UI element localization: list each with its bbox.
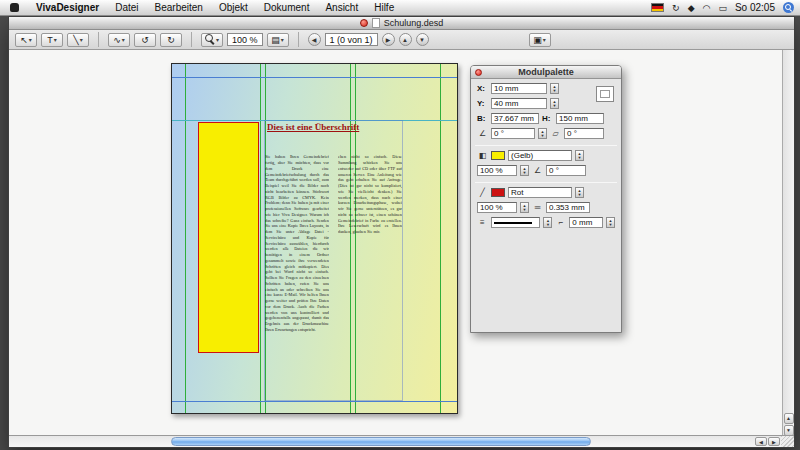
menu-hilfe[interactable]: Hilfe — [366, 0, 402, 16]
palette-title: Modulpalette — [518, 67, 574, 77]
menu-objekt[interactable]: Objekt — [211, 0, 256, 16]
line-tool-button[interactable]: ╲ ▾ — [67, 33, 89, 47]
y-stepper[interactable]: ▲▼ — [550, 98, 559, 109]
column-guide — [185, 64, 186, 413]
last-page-button[interactable]: ▼ — [416, 33, 429, 46]
selected-rectangle-object[interactable] — [198, 122, 259, 353]
rotation-field[interactable]: 0 ° — [491, 128, 535, 139]
menu-dokument[interactable]: Dokument — [256, 0, 318, 16]
line-style-dropdown[interactable]: ▲▼ — [543, 217, 552, 228]
fill-color-select[interactable]: (Gelb) — [508, 150, 572, 161]
rotation-angle-icon: ∠ — [477, 129, 488, 138]
stroke-color-select[interactable]: Rot — [508, 187, 572, 198]
bluetooth-icon[interactable]: ◆ — [688, 0, 695, 16]
width-field[interactable]: 37.667 mm — [491, 113, 539, 124]
zoom-tool-button[interactable]: ▾ — [201, 33, 223, 47]
fill-color-swatch[interactable] — [491, 151, 505, 160]
close-button[interactable] — [360, 19, 368, 27]
scroll-up-button[interactable]: ▲ — [784, 413, 794, 424]
stroke-color-dropdown[interactable]: ▲▼ — [575, 187, 584, 198]
fill-color-dropdown[interactable]: ▲▼ — [575, 150, 584, 161]
horizontal-scrollbar[interactable]: ◀ ▶ — [9, 435, 794, 447]
menu-bearbeiten[interactable]: Bearbeiten — [147, 0, 211, 16]
window-titlebar[interactable]: Schulung.desd — [9, 17, 794, 30]
document-window: Schulung.desd ↖ ▾ T ▾ ╲ ▾ ∿ ▾ ↺ ↻ ▾ — [8, 16, 795, 448]
spotlight-icon[interactable] — [783, 2, 794, 13]
first-page-button[interactable]: ▲ — [399, 33, 412, 46]
wifi-icon[interactable]: ◠ — [703, 0, 711, 16]
rotate-ccw-icon: ↺ — [141, 34, 149, 46]
layers-icon: ▣ — [533, 34, 542, 46]
page-icon: ▤ — [271, 34, 280, 46]
vertical-scrollbar[interactable]: ▲ ▼ — [782, 50, 794, 437]
battery-icon[interactable]: ▭ — [718, 0, 727, 16]
toolbar-separator — [98, 32, 99, 47]
toolbar: ↖ ▾ T ▾ ╲ ▾ ∿ ▾ ↺ ↻ ▾ 100 % ▤ ▾ — [9, 30, 794, 50]
stroke-width-field[interactable]: 0.353 mm — [546, 202, 590, 213]
origin-selector[interactable] — [596, 86, 614, 102]
page-down-icon: ▼ — [419, 37, 425, 43]
input-language-flag-icon[interactable] — [651, 3, 664, 12]
stroke-color-swatch[interactable] — [491, 188, 505, 197]
selection-tool-button[interactable]: ↖ ▾ — [15, 33, 37, 47]
line-style-preview — [494, 222, 532, 224]
margin-guide — [172, 401, 457, 402]
text-column-1[interactable]: Sie haben Ihren Gemeindebrief fertig, ab… — [265, 154, 329, 401]
line-end-dropdown[interactable]: ▲▼ — [606, 217, 615, 228]
rotate-cw-button[interactable]: ↻ — [160, 33, 182, 47]
page-up-icon: ▲ — [402, 37, 408, 43]
stroke-opacity-dropdown[interactable]: ▲▼ — [520, 202, 529, 213]
gradient-angle-field[interactable]: 0 ° — [546, 165, 586, 176]
zoom-level-field[interactable]: 100 % — [227, 33, 263, 46]
path-tool-button[interactable]: ∿ ▾ — [108, 33, 130, 47]
canvas-pasteboard: Dies ist eine Überschrift Sie haben Ihre… — [9, 50, 794, 437]
skew-field[interactable]: 0 ° — [564, 128, 604, 139]
scroll-right-button[interactable]: ▶ — [768, 437, 780, 446]
x-position-field[interactable]: 10 mm — [491, 83, 547, 94]
stroke-opacity-select[interactable]: 100 % — [477, 202, 517, 213]
rotate-cw-icon: ↻ — [167, 34, 175, 46]
previous-page-button[interactable]: ◀ — [308, 33, 321, 46]
scroll-left-button[interactable]: ◀ — [755, 437, 767, 446]
menu-vivadesigner[interactable]: VivaDesigner — [28, 0, 107, 16]
height-field[interactable]: 150 mm — [556, 113, 604, 124]
line-style-select[interactable] — [491, 217, 541, 228]
menu-ansicht[interactable]: Ansicht — [317, 0, 366, 16]
vertical-scroll-arrows: ▲ ▼ — [783, 415, 794, 437]
document-page: Dies ist eine Überschrift Sie haben Ihre… — [171, 63, 458, 414]
line-tool-icon: ╲ — [73, 34, 78, 46]
fill-opacity-dropdown[interactable]: ▲▼ — [520, 165, 529, 176]
document-proxy-icon[interactable] — [372, 18, 380, 28]
menu-datei[interactable]: Datei — [107, 0, 146, 16]
text-tool-icon: T — [47, 34, 53, 46]
page-navigation-field[interactable]: 1 (0 von 1) — [325, 33, 378, 46]
gradient-angle-icon: ∠ — [532, 166, 543, 175]
chevron-down-icon: ▾ — [543, 36, 546, 43]
x-label: X: — [477, 84, 488, 93]
menu-clock[interactable]: So 02:05 — [735, 2, 775, 13]
layers-button[interactable]: ▣ ▾ — [529, 33, 551, 47]
text-column-2[interactable]: eben nicht so einfach. Diese Sammlung sc… — [338, 154, 402, 401]
apple-menu-icon[interactable] — [10, 3, 19, 12]
rotate-ccw-button[interactable]: ↺ — [134, 33, 156, 47]
palette-separator — [475, 182, 617, 183]
y-position-field[interactable]: 40 mm — [491, 98, 547, 109]
text-tool-button[interactable]: T ▾ — [41, 33, 63, 47]
line-width-icon: ═ — [532, 203, 543, 212]
height-label: H: — [542, 114, 553, 123]
rotation-stepper[interactable]: ▲▼ — [538, 128, 547, 139]
line-end-field[interactable]: 0 mm — [569, 217, 603, 228]
next-page-button[interactable]: ▶ — [382, 33, 395, 46]
magnifier-icon — [205, 34, 215, 45]
x-stepper[interactable]: ▲▼ — [550, 83, 559, 94]
page-heading[interactable]: Dies ist eine Überschrift — [267, 122, 447, 132]
window-resize-grip[interactable] — [781, 436, 794, 447]
fill-opacity-select[interactable]: 100 % — [477, 165, 517, 176]
palette-close-button[interactable] — [475, 69, 482, 76]
skew-icon: ▱ — [550, 129, 561, 138]
horizontal-scroll-thumb[interactable] — [171, 437, 591, 446]
page-view-button[interactable]: ▤ ▾ — [267, 33, 289, 47]
palette-titlebar[interactable]: Modulpalette — [471, 66, 621, 79]
sync-icon[interactable]: ↻ — [672, 0, 680, 16]
chevron-down-icon: ▾ — [80, 36, 83, 43]
